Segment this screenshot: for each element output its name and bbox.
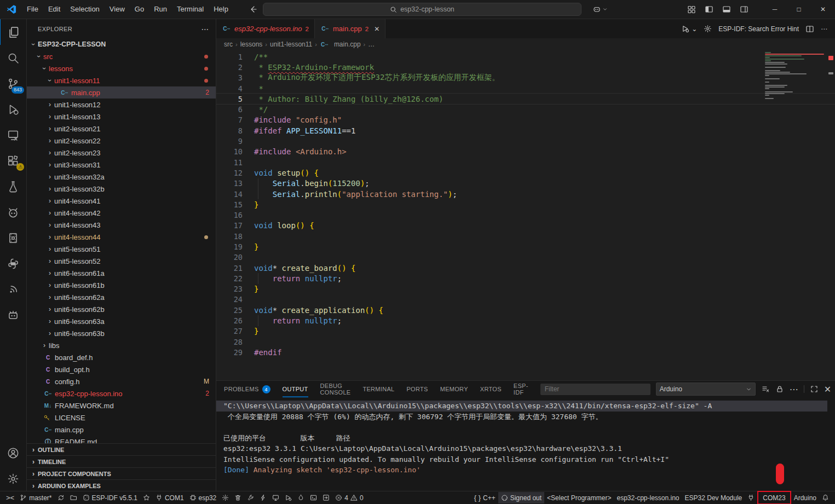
panel-tab-problems[interactable]: PROBLEMS4 (224, 381, 270, 397)
tab-main-cpp[interactable]: C⁺⁺main.cpp2✕ (315, 19, 385, 38)
tree-item-unit5-lesson52[interactable]: ›unit5-lesson52 (27, 255, 216, 267)
menu-view[interactable]: View (105, 3, 130, 16)
lock-scroll-icon[interactable] (775, 385, 784, 393)
tree-item-unit5-lesson51[interactable]: ›unit5-lesson51 (27, 243, 216, 255)
output-filter-input[interactable] (540, 384, 650, 395)
menu-go[interactable]: Go (130, 3, 149, 16)
tree-root[interactable]: ›ESP32-CPP-LESSON (27, 38, 216, 50)
tree-item-unit6-lesson61b[interactable]: ›unit6-lesson61b (27, 279, 216, 291)
tree-item-unit3-lesson32b[interactable]: ›unit3-lesson32b (27, 183, 216, 195)
status-platformio-home[interactable] (67, 492, 80, 503)
activity-testing[interactable] (0, 173, 26, 199)
activity-esp-idf[interactable] (0, 276, 26, 302)
customize-layout-icon[interactable] (687, 5, 696, 14)
activity-source-control[interactable]: 843 (0, 71, 26, 96)
tree-item-unit2-lesson22[interactable]: ›unit2-lesson22 (27, 135, 216, 147)
status-idf-menuconfig[interactable] (219, 492, 232, 503)
output-console[interactable]: "C:\\Users\\Laptop\\AppData\\Local\\Ardu… (216, 397, 835, 491)
breadcrumb[interactable]: src›lessons›unit1-lesson11›C⁺⁺main.cpp›… (216, 38, 835, 50)
split-editor-icon[interactable] (805, 25, 814, 33)
tree-item-unit2-lesson21[interactable]: ›unit2-lesson21 (27, 123, 216, 135)
status-idf-build-flash-monitor[interactable] (295, 492, 307, 503)
toggle-secondary-sidebar-icon[interactable] (740, 5, 748, 14)
activity-run-and-debug[interactable] (0, 96, 26, 122)
panel-tab-terminal[interactable]: TERMINAL (362, 381, 394, 397)
maximize-panel-icon[interactable] (810, 385, 819, 393)
status-select-programmer[interactable]: <Select Programmer> (544, 492, 614, 503)
editor-more-icon[interactable]: ⋯ (821, 25, 827, 33)
tree-item-board-def-h[interactable]: Cboard_def.h (27, 351, 216, 363)
tree-item-main-cpp[interactable]: C⁺⁺main.cpp2 (27, 86, 216, 99)
close-panel-icon[interactable]: ✕ (824, 384, 831, 395)
status-language-mode[interactable]: { }C++ (471, 492, 498, 503)
close-tab-icon[interactable]: ✕ (374, 25, 379, 33)
tree-item-config-h[interactable]: Cconfig.hM (27, 375, 216, 387)
menu-file[interactable]: File (22, 3, 43, 16)
tree-item-unit4-lesson44[interactable]: ›unit4-lesson44 (27, 231, 216, 243)
status-esp-idf-version[interactable]: ESP-IDF v5.5.1 (80, 492, 140, 503)
status-arduino-sketch[interactable]: esp32-cpp-lesson.ino (614, 492, 682, 503)
status-serial-plug[interactable] (745, 492, 757, 503)
tree-item-src[interactable]: ›src (27, 50, 216, 62)
tree-item-unit6-lesson63b[interactable]: ›unit6-lesson63b (27, 327, 216, 339)
status-idf-debug[interactable] (282, 492, 295, 503)
menu-edit[interactable]: Edit (43, 3, 65, 16)
status-git-sync[interactable] (55, 492, 67, 503)
close-button[interactable]: ✕ (811, 0, 835, 19)
tree-item-unit1-lesson11[interactable]: ›unit1-lesson11 (27, 74, 216, 86)
toggle-sidebar-icon[interactable] (705, 5, 713, 14)
panel-tab-memory[interactable]: MEMORY (440, 381, 468, 397)
menu-run[interactable]: Run (149, 3, 172, 16)
status-problems[interactable]: 40 (332, 492, 366, 503)
tree-item-license[interactable]: LICENSE (27, 412, 216, 424)
activity-embedded-tools[interactable] (0, 225, 26, 251)
status-idf-target[interactable]: esp32 (187, 492, 220, 503)
output-channel-select[interactable]: Arduino (656, 383, 756, 396)
tree-item-lessons[interactable]: ›lessons (27, 62, 216, 74)
minimap[interactable] (765, 52, 826, 100)
panel-tab-debug-console[interactable]: DEBUG CONSOLE (320, 381, 351, 397)
activity-remote-explorer[interactable] (0, 122, 26, 148)
status-star[interactable] (140, 492, 153, 503)
tree-item-framework-md[interactable]: M↓FRAMEWORK.md (27, 399, 216, 412)
status-idf-monitor[interactable] (269, 492, 282, 503)
breadcrumb-item[interactable]: lessons (240, 40, 263, 48)
command-center-search[interactable]: esp32-cpp-lesson (263, 3, 581, 16)
tree-item-esp32-cpp-lesson-ino[interactable]: C⁺⁺esp32-cpp-lesson.ino2 (27, 387, 216, 399)
back-icon[interactable] (249, 5, 257, 14)
activity-extensions[interactable]: ⚠ (0, 148, 26, 173)
menu-help[interactable]: Help (209, 3, 233, 16)
activity-platformio[interactable] (0, 199, 26, 225)
panel-tab-output[interactable]: OUTPUT (283, 381, 308, 397)
status-git-branch[interactable]: master* (17, 492, 54, 503)
tree-item-unit4-lesson41[interactable]: ›unit4-lesson41 (27, 195, 216, 207)
status-idf-flash[interactable] (257, 492, 269, 503)
section-arduino-examples[interactable]: ›ARDUINO EXAMPLES (27, 479, 216, 491)
tree-item-unit3-lesson31[interactable]: ›unit3-lesson31 (27, 159, 216, 171)
panel-tab-xrtos[interactable]: XRTOS (480, 381, 502, 397)
status-github-session[interactable]: Signed out (498, 492, 544, 503)
panel-more-icon[interactable]: ⋯ (790, 384, 798, 395)
tree-item-unit4-lesson42[interactable]: ›unit4-lesson42 (27, 207, 216, 219)
status-idf-com-port[interactable]: COM1 (153, 492, 187, 503)
breadcrumb-item[interactable]: unit1-lesson11 (270, 40, 312, 48)
code-editor[interactable]: 1/**2 * ESP32-Arduino-Framework3 * Ardui… (216, 50, 835, 380)
tree-item-unit2-lesson23[interactable]: ›unit2-lesson23 (27, 147, 216, 159)
menu-terminal[interactable]: Terminal (172, 3, 209, 16)
run-button[interactable] (681, 25, 689, 33)
menu-selection[interactable]: Selection (65, 3, 104, 16)
status-remote-indicator[interactable]: >< (3, 492, 17, 503)
activity-accounts[interactable] (0, 440, 26, 466)
tree-item-unit6-lesson63a[interactable]: ›unit6-lesson63a (27, 315, 216, 327)
explorer-more-actions-icon[interactable]: ⋯ (201, 25, 209, 33)
tree-item-main-cpp[interactable]: C⁺⁺main.cpp (27, 424, 216, 436)
status-notifications[interactable] (819, 492, 832, 503)
activity-containers[interactable] (0, 302, 26, 328)
status-arduino-board[interactable]: ESP32 Dev Module (682, 492, 745, 503)
tree-item-libs[interactable]: ›libs (27, 339, 216, 351)
panel-tab-esp-idf[interactable]: ESP-IDF (514, 381, 528, 397)
tree-item-unit3-lesson32a[interactable]: ›unit3-lesson32a (27, 171, 216, 183)
tree-item-unit6-lesson62a[interactable]: ›unit6-lesson62a (27, 291, 216, 303)
copilot-button[interactable] (592, 5, 608, 14)
maximize-button[interactable]: □ (787, 0, 811, 19)
